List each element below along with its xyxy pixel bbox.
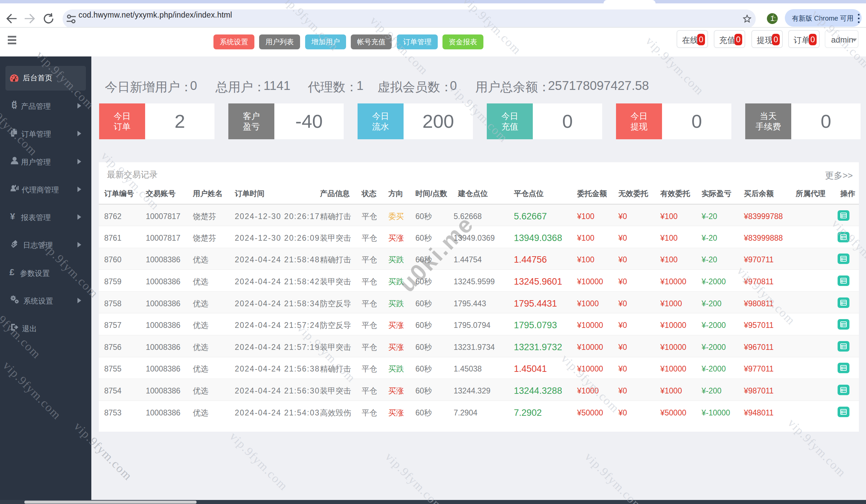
- svg-text:B: B: [11, 101, 17, 110]
